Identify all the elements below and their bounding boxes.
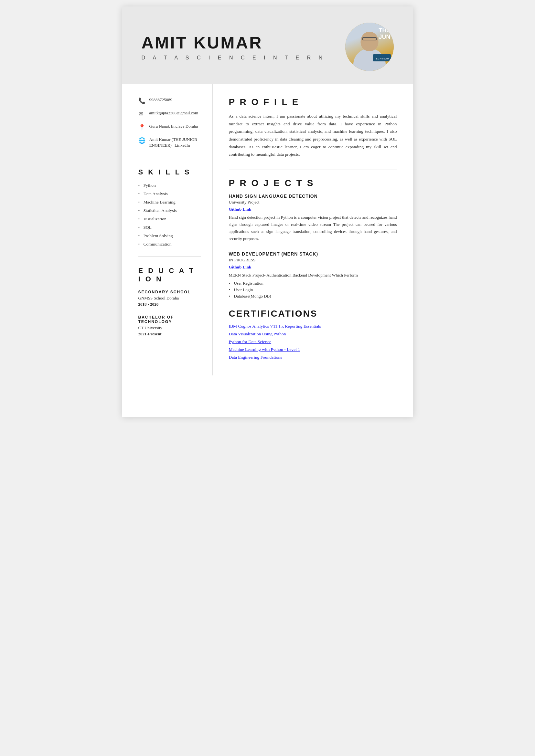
- project-description: Hand sign detection project in Python is…: [229, 214, 397, 242]
- project-description: MERN Stack Project- Authentication Backe…: [229, 272, 397, 279]
- email-text: amitkgupta2308@gmail.com: [149, 110, 198, 116]
- skills-list: PythonData AnalysisMachine LearningStati…: [138, 183, 201, 247]
- skill-item: SQL: [138, 225, 201, 230]
- education-entries: SECONDARY SCHOOL GNMSS School Doraha 201…: [138, 290, 201, 337]
- cert-list: IBM Cognos Analytics V11.1.x Reporting E…: [229, 324, 397, 360]
- cert-section-title: CERTIFICATIONS: [229, 309, 397, 319]
- header-section: AMIT KUMAR D A T A S C I E N C E I N T E…: [122, 7, 413, 84]
- profile-title: P R O F I L E: [229, 97, 397, 107]
- skill-item: Python: [138, 183, 201, 188]
- skills-title: S K I L L S: [138, 168, 201, 176]
- certifications-section: CERTIFICATIONS IBM Cognos Analytics V11.…: [229, 309, 397, 360]
- edu-institution: CT University: [138, 325, 201, 331]
- candidate-name: AMIT KUMAR: [142, 33, 326, 52]
- project-entry: WEB DEVELOPMENT (MERN STACK) IN PROGRESS…: [229, 251, 397, 299]
- address-text: Guru Nanak Enclave Doraha: [149, 123, 198, 129]
- phone-text: 99888725089: [149, 97, 173, 103]
- edu-level: SECONDARY SCHOOL: [138, 290, 201, 294]
- skill-item: Communication: [138, 242, 201, 247]
- skill-item: Visualization: [138, 216, 201, 222]
- divider-2: [138, 256, 201, 257]
- project-bullet: Database(Mongo DB): [229, 294, 397, 299]
- right-column: P R O F I L E As a data science intern, …: [213, 84, 413, 375]
- project-bullet: User Registration: [229, 281, 397, 286]
- web-icon: 🌐: [138, 137, 146, 144]
- edu-years: 2018 - 2020: [138, 302, 201, 307]
- projects-title: P R O J E C T S: [229, 178, 397, 188]
- skill-item: Machine Learning: [138, 200, 201, 205]
- profile-photo: THEJUN TECHTEAM: [345, 23, 394, 71]
- edu-years: 2021-Present: [138, 332, 201, 337]
- resume-container: AMIT KUMAR D A T A S C I E N C E I N T E…: [122, 7, 413, 417]
- skill-item: Data Analysis: [138, 191, 201, 197]
- skills-section: S K I L L S PythonData AnalysisMachine L…: [138, 168, 201, 247]
- project-title: WEB DEVELOPMENT (MERN STACK): [229, 251, 397, 256]
- contact-section: 📞 99888725089 ✉ amitkgupta2308@gmail.com…: [138, 97, 201, 148]
- projects-section: P R O J E C T S HAND SIGN LANGUAGE DETEC…: [229, 178, 397, 299]
- contact-linkedin: 🌐 Amit Kumar (THE JUNIOR ENGINEER) | Lin…: [138, 137, 201, 148]
- divider-3: [229, 170, 397, 170]
- project-entry: HAND SIGN LANGUAGE DETECTION University …: [229, 194, 397, 242]
- skill-item: Problem Solving: [138, 233, 201, 238]
- education-entry: BACHELOR OF TECHNOLOGY CT University 202…: [138, 315, 201, 337]
- photo-placeholder: THEJUN TECHTEAM: [345, 23, 394, 71]
- profile-section: P R O F I L E As a data science intern, …: [229, 97, 397, 158]
- edu-institution: GNMSS School Doraha: [138, 296, 201, 301]
- skill-item: Statistical Analysis: [138, 208, 201, 213]
- header-left: AMIT KUMAR D A T A S C I E N C E I N T E…: [142, 33, 326, 61]
- photo-overlay-text: THEJUN: [379, 27, 390, 40]
- education-title: E D U C A T I O N: [138, 266, 201, 284]
- email-icon: ✉: [138, 111, 146, 118]
- project-github-link[interactable]: Github Link: [229, 265, 251, 270]
- project-subtitle: University Project: [229, 200, 397, 205]
- project-subtitle: IN PROGRESS: [229, 257, 397, 263]
- divider-1: [138, 158, 201, 158]
- contact-address: 📍 Guru Nanak Enclave Doraha: [138, 123, 201, 131]
- phone-icon: 📞: [138, 97, 146, 104]
- project-bullet: User Login: [229, 287, 397, 292]
- location-icon: 📍: [138, 124, 146, 131]
- project-entries: HAND SIGN LANGUAGE DETECTION University …: [229, 194, 397, 299]
- cert-link[interactable]: Machine Learning with Python - Level 1: [229, 347, 397, 352]
- project-github-link[interactable]: Github Link: [229, 207, 251, 212]
- education-section: E D U C A T I O N SECONDARY SCHOOL GNMSS…: [138, 266, 201, 337]
- profile-text: As a data science intern, I am passionat…: [229, 112, 397, 158]
- cert-link[interactable]: Data Engineering Foundations: [229, 355, 397, 360]
- cert-link[interactable]: Data Visualization Using Python: [229, 332, 397, 337]
- project-bullets: User RegistrationUser LoginDatabase(Mong…: [229, 281, 397, 299]
- left-column: 📞 99888725089 ✉ amitkgupta2308@gmail.com…: [122, 84, 213, 375]
- project-title: HAND SIGN LANGUAGE DETECTION: [229, 194, 397, 199]
- education-entry: SECONDARY SCHOOL GNMSS School Doraha 201…: [138, 290, 201, 307]
- candidate-title: D A T A S C I E N C E I N T E R N: [142, 55, 326, 61]
- edu-level: BACHELOR OF TECHNOLOGY: [138, 315, 201, 324]
- contact-email: ✉ amitkgupta2308@gmail.com: [138, 110, 201, 118]
- cert-link[interactable]: IBM Cognos Analytics V11.1.x Reporting E…: [229, 324, 397, 329]
- content-area: 📞 99888725089 ✉ amitkgupta2308@gmail.com…: [122, 84, 413, 375]
- contact-phone: 📞 99888725089: [138, 97, 201, 104]
- linkedin-text: Amit Kumar (THE JUNIOR ENGINEER) | Linke…: [149, 137, 201, 148]
- cert-link[interactable]: Python for Data Science: [229, 339, 397, 344]
